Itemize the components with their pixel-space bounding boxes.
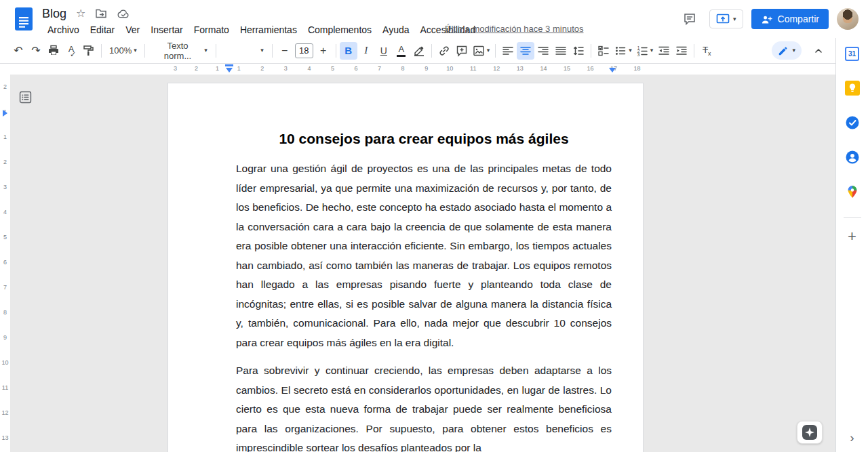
chevron-down-icon: ▾ bbox=[629, 47, 632, 54]
align-left-button[interactable] bbox=[499, 42, 517, 60]
chevron-down-icon: ▾ bbox=[792, 47, 795, 54]
share-button-label: Compartir bbox=[778, 14, 819, 24]
share-button[interactable]: Compartir bbox=[751, 9, 829, 29]
contacts-button[interactable] bbox=[844, 149, 861, 165]
toolbar-divider bbox=[272, 44, 273, 58]
cloud-status-icon[interactable] bbox=[117, 8, 130, 20]
paint-format-button[interactable] bbox=[80, 42, 98, 60]
menu-item[interactable]: Ver bbox=[120, 24, 145, 37]
link-icon bbox=[438, 45, 450, 57]
menu-item[interactable]: Editar bbox=[85, 24, 121, 37]
numbered-list-button[interactable]: 123 ▾ bbox=[634, 42, 656, 60]
ruler-number: 12 bbox=[485, 64, 509, 73]
ruler-number: 6 bbox=[344, 64, 368, 73]
document-heading[interactable]: 10 consejos para crear equipos más ágile… bbox=[236, 131, 612, 147]
align-justify-button[interactable] bbox=[552, 42, 570, 60]
editing-mode-button[interactable]: ▾ bbox=[772, 41, 802, 60]
ruler-number: 12 bbox=[0, 400, 10, 426]
menu-item[interactable]: Formato bbox=[189, 24, 235, 37]
ruler-number: 3 bbox=[165, 64, 186, 73]
move-folder-icon[interactable] bbox=[95, 7, 107, 20]
add-comment-button[interactable] bbox=[453, 42, 471, 60]
explore-button[interactable] bbox=[797, 421, 823, 444]
font-size-input[interactable] bbox=[295, 43, 313, 58]
font-select[interactable]: ▾ bbox=[220, 42, 269, 60]
explore-icon bbox=[802, 424, 818, 440]
line-spacing-button[interactable] bbox=[570, 42, 587, 60]
toolbar-divider bbox=[216, 44, 216, 58]
page[interactable]: 10 consejos para crear equipos más ágile… bbox=[167, 83, 644, 452]
ruler-number: 3 bbox=[274, 64, 298, 73]
avatar[interactable] bbox=[837, 8, 859, 30]
docs-icon bbox=[14, 7, 33, 31]
top-margin-marker[interactable] bbox=[3, 110, 7, 117]
menu-item[interactable]: Archivo bbox=[42, 24, 85, 37]
paragraph[interactable]: Lograr una gestión ágil de proyectos es … bbox=[236, 159, 612, 352]
ruler-number: 7 bbox=[0, 275, 10, 300]
ruler-number: 15 bbox=[555, 64, 579, 73]
increase-indent-button[interactable] bbox=[673, 42, 690, 60]
menu-item[interactable]: Ayuda bbox=[377, 24, 414, 37]
text-color-button[interactable]: A bbox=[393, 42, 410, 60]
right-indent-marker[interactable] bbox=[609, 68, 616, 73]
horizontal-ruler[interactable]: 321 123456789101112131415161718 bbox=[0, 64, 835, 75]
checklist-button[interactable] bbox=[595, 42, 612, 60]
text-color-icon: A bbox=[397, 45, 406, 57]
chevron-down-icon: ▾ bbox=[650, 47, 654, 54]
ruler-number: 11 bbox=[0, 375, 10, 400]
document-outline-button[interactable] bbox=[19, 91, 32, 106]
zoom-select[interactable]: 100%▾ bbox=[105, 42, 141, 60]
ruler-number: 11 bbox=[461, 64, 485, 73]
get-addons-button[interactable]: + bbox=[848, 227, 856, 246]
spellcheck-button[interactable]: A✓ bbox=[62, 42, 80, 60]
menu-item[interactable]: Insertar bbox=[145, 24, 188, 37]
bulleted-list-button[interactable]: ▾ bbox=[612, 42, 634, 60]
highlight-color-button[interactable] bbox=[410, 42, 428, 60]
comment-history-button[interactable] bbox=[678, 7, 701, 30]
ruler-number: 5 bbox=[321, 64, 344, 73]
bold-button[interactable]: B bbox=[340, 42, 357, 60]
vertical-ruler[interactable]: 2112345678910111213 bbox=[0, 75, 10, 452]
ruler-number: 13 bbox=[509, 64, 532, 73]
decrease-indent-button[interactable] bbox=[655, 42, 673, 60]
italic-button[interactable]: I bbox=[357, 42, 375, 60]
ruler-number: 16 bbox=[578, 64, 602, 73]
document-title[interactable]: Blog bbox=[42, 7, 66, 21]
tasks-button[interactable] bbox=[844, 115, 861, 131]
docs-logo[interactable] bbox=[14, 7, 33, 34]
increase-font-size-button[interactable]: + bbox=[315, 42, 332, 60]
undo-button[interactable]: ↶ bbox=[9, 42, 27, 60]
header: Blog ☆ ArchivoEditarVerInsertarFormatoHe… bbox=[0, 0, 868, 38]
document-body: Lograr una gestión ágil de proyectos es … bbox=[236, 159, 612, 452]
present-button[interactable]: ▾ bbox=[709, 9, 743, 28]
ruler-number: 4 bbox=[298, 64, 321, 73]
align-center-button[interactable] bbox=[517, 42, 534, 60]
calendar-button[interactable]: 31 bbox=[844, 45, 861, 62]
align-right-button[interactable] bbox=[534, 42, 552, 60]
insert-image-button[interactable]: ▾ bbox=[471, 42, 492, 60]
paragraph-style-select[interactable]: Texto norm...▾ bbox=[149, 42, 212, 60]
maps-button[interactable] bbox=[844, 184, 861, 200]
decrease-font-size-button[interactable]: − bbox=[276, 42, 294, 60]
bulleted-list-icon bbox=[614, 45, 627, 57]
keep-button[interactable] bbox=[844, 80, 861, 96]
collapse-toolbar-button[interactable] bbox=[810, 42, 827, 60]
hide-side-panel-button[interactable]: › bbox=[850, 430, 854, 445]
star-icon[interactable]: ☆ bbox=[76, 8, 85, 19]
menu-item[interactable]: Complementos bbox=[302, 24, 377, 37]
redo-button[interactable]: ↷ bbox=[27, 42, 45, 60]
left-indent-marker[interactable] bbox=[226, 68, 233, 73]
first-line-indent-marker[interactable] bbox=[225, 64, 233, 66]
ruler-number: 2 bbox=[0, 150, 10, 175]
ruler-number: 8 bbox=[391, 64, 415, 73]
last-modified-link[interactable]: Última modificación hace 3 minutos bbox=[445, 24, 583, 34]
underline-button[interactable]: U bbox=[375, 42, 393, 60]
insert-link-button[interactable] bbox=[435, 42, 453, 60]
clear-formatting-button[interactable]: Tx bbox=[698, 42, 715, 60]
ruler-number: 4 bbox=[0, 200, 10, 225]
ruler-number: 5 bbox=[0, 225, 10, 250]
print-button[interactable] bbox=[45, 42, 62, 60]
paragraph[interactable]: Para sobrevivir y continuar creciendo, l… bbox=[236, 361, 612, 452]
toolbar-divider bbox=[591, 44, 591, 58]
menu-item[interactable]: Herramientas bbox=[235, 24, 302, 37]
